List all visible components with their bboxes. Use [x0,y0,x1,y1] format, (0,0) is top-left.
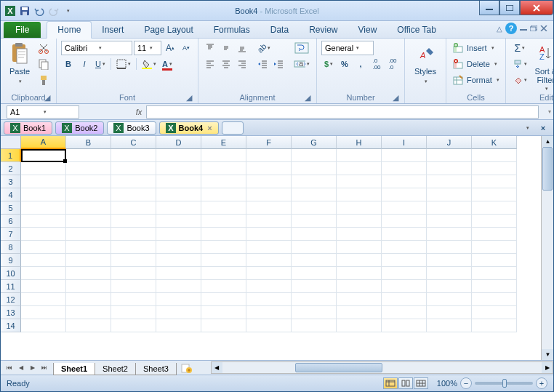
cell[interactable] [382,254,427,267]
page-layout-view-button[interactable] [398,377,413,389]
cell[interactable] [246,188,292,201]
cell[interactable] [427,319,472,332]
cell[interactable] [21,280,66,293]
scroll-up-button[interactable]: ▲ [542,136,553,147]
number-launcher[interactable]: ◢ [391,93,400,102]
fill-color-button[interactable]: ▾ [140,57,158,71]
cell[interactable] [66,175,111,188]
cell[interactable] [201,241,246,254]
cell[interactable] [156,319,201,332]
sheet-tab[interactable]: Sheet3 [135,363,177,375]
cell[interactable] [472,228,517,241]
cell[interactable] [156,149,201,162]
column-header[interactable]: F [246,136,292,149]
cell[interactable] [337,162,382,175]
sort-filter-button[interactable]: AZ Sort & Filter▾ [531,41,554,92]
cell[interactable] [337,188,382,201]
row-header[interactable]: 5 [1,201,21,215]
cell[interactable] [156,175,201,188]
comma-button[interactable]: , [353,57,368,71]
expand-formula-bar[interactable]: ▾ [548,108,551,115]
tab-insert[interactable]: Insert [92,22,134,38]
align-middle-button[interactable] [219,41,233,55]
font-name-combo[interactable]: Calibri▾ [61,41,132,55]
align-center-button[interactable] [219,57,233,71]
cell[interactable] [111,162,156,175]
workbook-tabs-close[interactable]: × [536,121,550,135]
hscroll-thumb[interactable] [295,363,382,372]
cell[interactable] [111,293,156,306]
cell[interactable] [66,241,111,254]
alignment-launcher[interactable]: ◢ [303,93,312,102]
cell[interactable] [382,306,427,319]
cell[interactable] [21,306,66,319]
cell[interactable] [156,293,201,306]
cell[interactable] [66,162,111,175]
qat-customize-icon[interactable]: ▾ [62,4,75,17]
paste-button[interactable]: Paste▾ [5,41,34,84]
workbook-tabs-menu[interactable]: ▾ [520,121,534,135]
cell[interactable] [201,162,246,175]
cell[interactable] [246,228,292,241]
cell[interactable] [337,280,382,293]
name-box[interactable]: A1▾ [7,105,79,119]
cell[interactable] [382,319,427,332]
close-button[interactable] [520,1,553,15]
cell[interactable] [292,254,337,267]
cell[interactable] [111,215,156,228]
column-header[interactable]: D [156,136,201,149]
cell[interactable] [21,241,66,254]
workbook-minimize-icon[interactable] [520,25,527,31]
cell[interactable] [21,228,66,241]
cell[interactable] [111,149,156,162]
align-top-button[interactable] [203,41,217,55]
wrap-text-button[interactable] [292,41,312,55]
workbook-tab-book2[interactable]: XBook2 [55,121,104,135]
horizontal-scrollbar[interactable]: ◀ ▶ [211,361,553,374]
select-all-button[interactable] [1,136,21,149]
autosum-button[interactable]: Σ▾ [510,41,529,55]
cell[interactable] [201,293,246,306]
cell[interactable] [382,175,427,188]
cell[interactable] [382,228,427,241]
page-break-view-button[interactable] [414,377,428,389]
cell[interactable] [156,241,201,254]
cell[interactable] [21,175,66,188]
cell[interactable] [111,267,156,280]
cell[interactable] [201,149,246,162]
cell[interactable] [66,293,111,306]
row-header[interactable]: 14 [1,319,21,332]
cell[interactable] [382,267,427,280]
cell[interactable] [292,175,337,188]
cell[interactable] [21,188,66,201]
tab-review[interactable]: Review [299,22,348,38]
cell[interactable] [21,162,66,175]
cell[interactable] [246,319,292,332]
cell[interactable] [246,254,292,267]
tab-office-tab[interactable]: Office Tab [387,22,446,38]
cell[interactable] [246,162,292,175]
help-icon[interactable]: ? [505,23,517,34]
cell[interactable] [427,254,472,267]
cell[interactable] [472,162,517,175]
cell[interactable] [66,306,111,319]
cell[interactable] [472,175,517,188]
cell[interactable] [472,254,517,267]
cell[interactable] [246,241,292,254]
normal-view-button[interactable] [383,377,398,389]
cell[interactable] [472,201,517,215]
cell[interactable] [292,188,337,201]
cell[interactable] [292,215,337,228]
cell[interactable] [427,241,472,254]
cell[interactable] [246,306,292,319]
cell[interactable] [246,267,292,280]
cell[interactable] [21,293,66,306]
italic-button[interactable]: I [77,57,92,71]
align-left-button[interactable] [203,57,217,71]
cell[interactable] [382,293,427,306]
workbook-tab-book3[interactable]: XBook3 [107,121,156,135]
row-header[interactable]: 10 [1,267,21,280]
cell[interactable] [337,201,382,215]
cell[interactable] [427,280,472,293]
cell[interactable] [427,201,472,215]
